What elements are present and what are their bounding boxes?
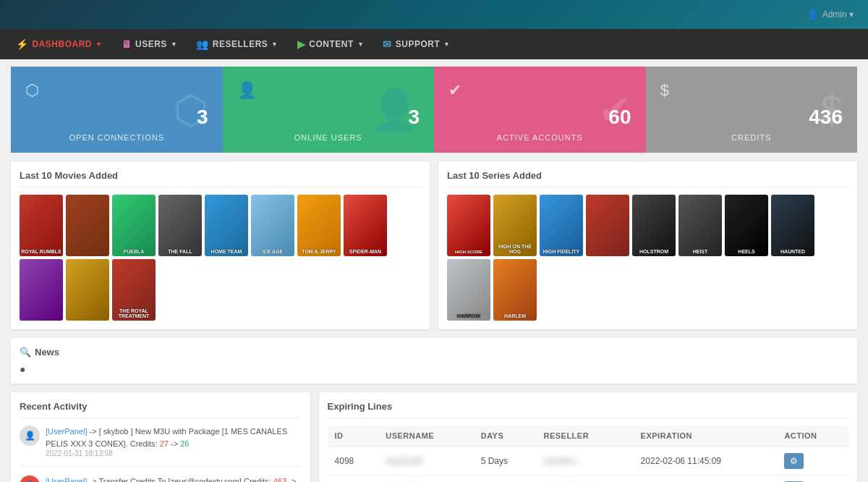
- content-icon: ▶: [297, 38, 306, 50]
- series-poster-6[interactable]: HEIST: [678, 195, 722, 256]
- table-row: 4166 user4166 5 Days reseller2long 2022-…: [328, 475, 848, 483]
- movie-poster-11[interactable]: THE ROYAL TREATMENT: [112, 259, 156, 321]
- movies-panel-title: Last 10 Movies Added: [20, 170, 421, 187]
- media-panels-row: Last 10 Movies Added ROYAL RUMBLE PUEBLA…: [11, 161, 857, 329]
- col-days: DAYS: [474, 426, 537, 447]
- resellers-icon: 👥: [196, 38, 209, 50]
- stat-open-connections: ⬡ ⬡ 3 OPEN CONNECTIONS: [11, 67, 223, 153]
- expiring-lines-table-wrap: ID USERNAME DAYS RESELLER EXPIRATION ACT…: [328, 426, 848, 482]
- movie-poster-7[interactable]: TOM & JERRY: [297, 195, 341, 256]
- nav-item-dashboard[interactable]: ⚡ DASHBOARD ▾: [7, 33, 110, 56]
- avatar-icon-1: 👤: [25, 431, 35, 441]
- row2-action: ⚙: [777, 475, 848, 483]
- movie-poster-2[interactable]: [66, 195, 109, 256]
- movies-panel: Last 10 Movies Added ROYAL RUMBLE PUEBLA…: [11, 161, 430, 329]
- movie-poster-1[interactable]: ROYAL RUMBLE: [20, 195, 63, 256]
- col-reseller: RESELLER: [536, 426, 633, 447]
- connections-label: OPEN CONNECTIONS: [25, 133, 208, 142]
- expiring-lines-panel: Expiring Lines ID USERNAME DAYS RESELLER…: [319, 392, 857, 482]
- series-poster-10[interactable]: HARLEM: [493, 259, 537, 321]
- nav-item-users[interactable]: 🖥 USERS ▾: [113, 33, 185, 56]
- credits-bg-icon: $: [820, 87, 843, 133]
- arrow-1: ->: [171, 439, 180, 448]
- chevron-down-icon: ▾: [359, 41, 363, 48]
- chevron-down-icon: ▾: [273, 41, 277, 48]
- row2-id: 4166: [328, 475, 379, 483]
- series-poster-3[interactable]: HIGH FIDELITY: [540, 195, 583, 256]
- avatar-1: 👤: [20, 426, 40, 446]
- nav-item-support[interactable]: ✉ SUPPORT ▾: [374, 33, 458, 56]
- series-poster-1[interactable]: HIGH SCORE: [447, 195, 490, 256]
- row1-username-blurred: skybob88: [386, 456, 422, 466]
- chevron-down-icon: ▾: [97, 41, 101, 48]
- chevron-down-icon: ▾: [172, 41, 176, 48]
- credit-from-2: 463: [273, 477, 286, 482]
- activity-item-2: 👤 [UserPanel] -> Transfer Credits To [ze…: [20, 475, 302, 482]
- movie-poster-9[interactable]: [20, 259, 63, 321]
- top-bar-user: 👤 Admin ▾: [807, 9, 854, 20]
- row1-expiration: 2022-02-06 11:45:09: [634, 447, 778, 475]
- series-poster-5[interactable]: HOLST­ROM: [632, 195, 676, 256]
- nav-content-label: CONTENT: [309, 39, 354, 49]
- active-accounts-label: ACTIVE ACCOUNTS: [448, 133, 631, 142]
- stat-active-accounts: ✔ ✔ 60 ACTIVE ACCOUNTS: [434, 67, 646, 153]
- credit-from-1: 27: [160, 439, 169, 448]
- activity-text-1: [UserPanel] -> [ skybob ] New M3U with P…: [46, 426, 302, 449]
- movie-poster-3[interactable]: PUEBLA: [112, 195, 156, 256]
- series-panel-title: Last 10 Series Added: [447, 170, 848, 187]
- top-bar: 👤 Admin ▾: [0, 0, 868, 29]
- recent-activity-panel: Recent Activity 👤 [UserPanel] -> [ skybo…: [11, 392, 310, 482]
- nav-resellers-label: RESELLERS: [213, 39, 268, 49]
- nav-users-label: USERS: [135, 39, 167, 49]
- series-poster-2[interactable]: HIGH ON THE HOG: [493, 195, 537, 256]
- movie-poster-6[interactable]: ICE AGE: [251, 195, 294, 256]
- row2-days: 5 Days: [474, 475, 537, 483]
- activity-highlight-1: [UserPanel]: [46, 427, 87, 436]
- credits-number: 436: [660, 106, 843, 129]
- movie-poster-4[interactable]: THE FALL: [158, 195, 202, 256]
- series-panel: Last 10 Series Added HIGH SCORE HIGH ON …: [438, 161, 857, 329]
- activity-highlight-2: [UserPanel]: [46, 477, 87, 482]
- activity-time-1: 2022-01-31 18:13:58: [46, 449, 302, 457]
- movie-poster-10[interactable]: [66, 259, 109, 321]
- series-grid: HIGH SCORE HIGH ON THE HOG HIGH FIDELITY…: [447, 195, 848, 321]
- nav-dashboard-label: DASHBOARD: [33, 39, 93, 49]
- movie-poster-5[interactable]: HOME TEAM: [205, 195, 248, 256]
- col-username: USERNAME: [378, 426, 474, 447]
- main-content: ⬡ ⬡ 3 OPEN CONNECTIONS 👤 👤 3 ONLINE USER…: [0, 59, 868, 482]
- movies-grid: ROYAL RUMBLE PUEBLA THE FALL HOME TEAM I…: [20, 195, 421, 321]
- recent-activity-title: Recent Activity: [20, 401, 302, 418]
- row1-action: ⚙: [777, 447, 848, 475]
- series-poster-9[interactable]: HARROW: [447, 259, 490, 321]
- news-search-icon: 🔍: [20, 347, 31, 358]
- active-accounts-bg-icon: ✔: [598, 87, 631, 133]
- row1-username: skybob88: [378, 447, 474, 475]
- table-row: 4098 skybob88 5 Days reseller1 2022-02-0…: [328, 447, 848, 475]
- stats-row: ⬡ ⬡ 3 OPEN CONNECTIONS 👤 👤 3 ONLINE USER…: [11, 67, 857, 153]
- user-icon: 👤: [807, 9, 818, 20]
- arrow-2: ->: [289, 477, 296, 482]
- row1-reseller: reseller1: [536, 447, 633, 475]
- nav-support-label: SUPPORT: [396, 39, 441, 49]
- users-icon: 🖥: [122, 38, 132, 50]
- news-dot: ●: [20, 363, 848, 375]
- username-label: Admin ▾: [822, 9, 854, 20]
- online-users-label: ONLINE USERS: [237, 133, 420, 142]
- news-panel: 🔍 News ●: [11, 338, 857, 384]
- nav-item-content[interactable]: ▶ CONTENT ▾: [289, 33, 372, 56]
- movie-poster-8[interactable]: SPIDER-MAN: [344, 195, 387, 256]
- chevron-down-icon: ▾: [445, 41, 449, 48]
- nav-item-resellers[interactable]: 👥 RESELLERS ▾: [187, 33, 286, 56]
- row1-action-button[interactable]: ⚙: [784, 453, 804, 469]
- stat-online-users: 👤 👤 3 ONLINE USERS: [223, 67, 435, 153]
- online-users-bg-icon: 👤: [370, 86, 420, 133]
- news-panel-title: 🔍 News: [20, 347, 848, 358]
- col-action: ACTION: [777, 426, 848, 447]
- series-poster-8[interactable]: HAUNTED: [771, 195, 814, 256]
- credits-icon: $: [660, 81, 843, 100]
- series-poster-7[interactable]: HEELS: [725, 195, 768, 256]
- series-poster-4[interactable]: [586, 195, 629, 256]
- col-expiration: EXPIRATION: [634, 426, 778, 447]
- row2-username: user4166: [378, 475, 474, 483]
- activity-text-2: [UserPanel] -> Transfer Credits To [zeus…: [46, 475, 302, 482]
